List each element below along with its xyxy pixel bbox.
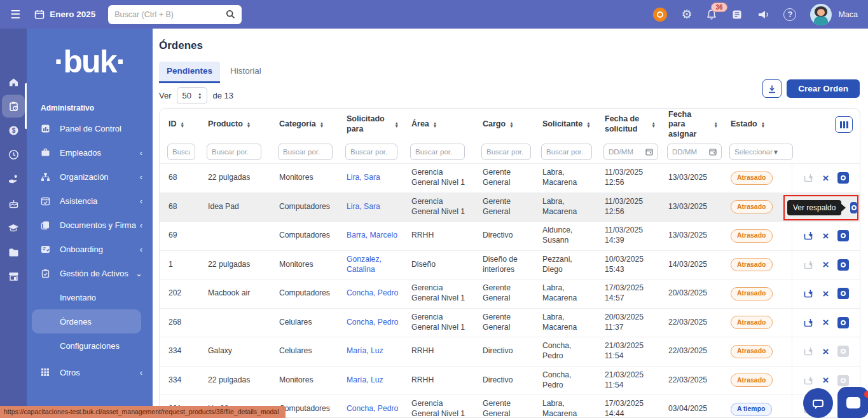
filter-solicitante-input[interactable] [541, 144, 592, 160]
column-header[interactable]: ID▲▼ [160, 119, 199, 130]
search-icon[interactable] [226, 10, 235, 19]
cancel-icon[interactable]: × [823, 231, 829, 241]
cancel-icon[interactable]: × [823, 173, 829, 184]
global-search[interactable] [108, 5, 242, 24]
sort-icon[interactable]: ▲▼ [181, 121, 184, 128]
celebrations-icon[interactable] [2, 192, 25, 215]
employee-link[interactable]: Concha, Pedro [347, 318, 398, 327]
megaphone-icon[interactable] [757, 9, 769, 20]
cancel-icon[interactable]: × [823, 259, 829, 270]
employee-link[interactable]: Gonzalez, Catalina [347, 255, 382, 274]
cancel-icon[interactable]: × [823, 375, 829, 386]
store-icon[interactable] [2, 265, 25, 288]
column-header[interactable]: Cargo▲▼ [474, 119, 534, 130]
export-button[interactable] [762, 79, 782, 98]
sort-icon[interactable]: ▲▼ [586, 121, 590, 128]
sort-icon[interactable]: ▲▼ [761, 121, 765, 128]
notifications-bell[interactable]: 36 [706, 9, 717, 20]
user-avatar[interactable] [810, 4, 832, 25]
sidebar-subitem-ordenes[interactable]: Órdenes [32, 309, 141, 334]
news-icon[interactable] [731, 9, 743, 20]
column-header[interactable]: Fecha de solicitud▲▼ [596, 114, 659, 134]
sort-icon[interactable]: ▲▼ [320, 121, 324, 128]
view-backup-icon[interactable] [837, 317, 849, 328]
view-backup-icon[interactable] [837, 172, 849, 184]
view-backup-icon[interactable] [837, 375, 849, 386]
column-header[interactable]: Solicitado para▲▼ [338, 114, 403, 134]
cancel-icon[interactable]: × [823, 288, 829, 299]
employee-link[interactable]: Barra, Marcelo [347, 231, 397, 239]
column-header[interactable]: Categoría▲▼ [270, 119, 338, 130]
sort-icon[interactable]: ▲▼ [247, 121, 251, 128]
view-backup-icon[interactable] [837, 259, 849, 271]
sort-icon[interactable]: ▲▼ [433, 121, 437, 128]
education-icon[interactable] [2, 217, 25, 239]
assign-icon[interactable] [803, 173, 814, 183]
filter-area-input[interactable] [410, 144, 465, 160]
period-selector[interactable]: Enero 2025 [34, 10, 95, 20]
sort-icon[interactable]: ▲▼ [395, 121, 399, 128]
page-size-select[interactable]: 50 ▲▼ [177, 87, 208, 104]
sidebar-item-gestion-de-activos[interactable]: Gestión de Activos ⌄ [27, 261, 153, 285]
help-icon[interactable]: ? [783, 8, 796, 21]
sidebar-item-empleados[interactable]: Empleados ‹ [27, 140, 153, 165]
home-icon[interactable] [2, 71, 25, 93]
column-header[interactable]: Área▲▼ [403, 119, 474, 130]
filter-estado-select[interactable]: Seleccionar▼ [729, 144, 793, 160]
cancel-icon[interactable]: × [823, 317, 829, 328]
sidebar-item-documentos-y-firma[interactable]: Documentos y Firma ‹ [27, 213, 153, 237]
filter-cargo-input[interactable] [481, 144, 531, 160]
filter-producto-input[interactable] [207, 144, 261, 160]
sidebar-item-otros[interactable]: Otros ‹ [27, 360, 153, 384]
tab-historial[interactable]: Historial [223, 62, 269, 83]
sidebar-item-organizacion[interactable]: Organización ‹ [27, 165, 153, 189]
column-header[interactable]: Producto▲▼ [199, 119, 270, 130]
employee-link[interactable]: María, Luz [347, 346, 383, 355]
sidebar-item-panel-de-control[interactable]: Panel de Control [27, 116, 153, 140]
employee-link[interactable]: Lira, Sara [347, 173, 380, 182]
chat-widget-button[interactable] [837, 387, 868, 418]
employee-link[interactable]: Concha, Pedro [347, 288, 398, 297]
view-backup-icon[interactable] [850, 202, 857, 213]
filter-solicitado-input[interactable] [345, 144, 397, 160]
employee-link[interactable]: Concha, Pedro [347, 404, 398, 413]
assign-icon[interactable] [803, 346, 814, 356]
sort-icon[interactable]: ▲▼ [652, 121, 656, 128]
time-icon[interactable] [2, 143, 25, 166]
sort-icon[interactable]: ▲▼ [509, 121, 513, 128]
view-backup-icon[interactable] [837, 230, 849, 241]
sidebar-item-onboarding[interactable]: Onboarding ‹ [27, 237, 153, 261]
chat-bubble-button[interactable] [803, 388, 833, 418]
filter-fecha-solicitud-date[interactable]: DD/MM [603, 144, 658, 160]
settings-gear-icon[interactable]: ⚙ [681, 7, 692, 22]
search-input[interactable] [114, 10, 226, 19]
view-backup-icon[interactable] [837, 346, 849, 357]
view-backup-icon[interactable] [837, 288, 849, 299]
assign-icon[interactable] [803, 231, 814, 241]
employee-link[interactable]: Lira, Sara [347, 202, 380, 211]
payroll-icon[interactable]: $ [2, 119, 25, 142]
tab-pendientes[interactable]: Pendientes [159, 62, 220, 83]
create-order-button[interactable]: Crear Orden [787, 79, 860, 98]
hamburger-menu-icon[interactable]: ☰ [10, 8, 20, 22]
cancel-icon[interactable]: × [823, 346, 829, 357]
assign-icon[interactable] [803, 288, 814, 299]
column-header[interactable]: Fecha para asignar▲▼ [659, 110, 722, 140]
sidebar-item-asistencia[interactable]: Asistencia ‹ [27, 189, 153, 213]
columns-picker-button[interactable] [835, 116, 853, 133]
folder-icon[interactable] [2, 241, 25, 264]
employee-link[interactable]: María, Luz [347, 375, 383, 384]
asset-management-icon[interactable] [2, 95, 25, 118]
filter-id-input[interactable] [167, 144, 195, 160]
filter-categoria-input[interactable] [278, 144, 333, 160]
column-header[interactable]: Solicitante▲▼ [534, 119, 596, 130]
sidebar-subitem-inventario[interactable]: Inventario [27, 285, 153, 309]
assign-icon[interactable] [803, 260, 814, 270]
benefits-icon[interactable] [2, 168, 25, 191]
sidebar-subitem-configuraciones[interactable]: Configuraciones [27, 334, 153, 358]
assign-icon[interactable] [803, 375, 814, 386]
assign-icon[interactable] [803, 318, 814, 328]
support-icon[interactable] [653, 8, 667, 22]
column-header[interactable]: Estado▲▼ [722, 119, 792, 130]
filter-fecha-asignar-date[interactable]: DD/MM [667, 144, 722, 160]
